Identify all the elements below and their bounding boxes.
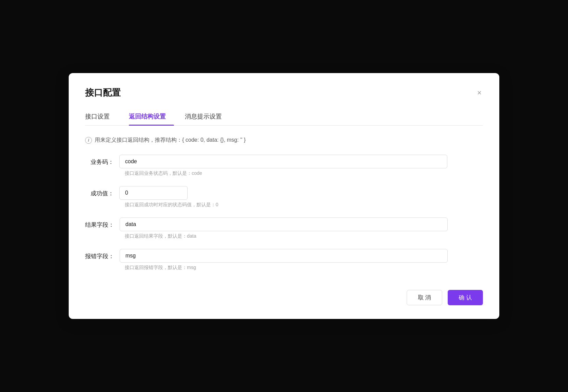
close-button[interactable]: × <box>476 88 483 98</box>
hint-result-field: 接口返回结果字段，默认是：data <box>125 233 483 239</box>
field-row-result-field: 结果字段： <box>85 218 483 231</box>
hint-success-value: 接口返回成功时对应的状态码值，默认是：0 <box>125 202 483 208</box>
cancel-button[interactable]: 取 消 <box>407 290 443 305</box>
field-row-success-value: 成功值： <box>85 186 483 200</box>
field-row-business-code: 业务码： <box>85 155 483 168</box>
field-error-field: 报错字段： 接口返回报错字段，默认是：msg <box>85 249 483 271</box>
field-success-value: 成功值： 接口返回成功时对应的状态码值，默认是：0 <box>85 186 483 208</box>
label-success-value: 成功值： <box>85 186 119 197</box>
field-business-code: 业务码： 接口返回业务状态码，默认是：code <box>85 155 483 177</box>
dialog: 接口配置 × 接口设置 返回结构设置 消息提示设置 i 用来定义接口返回结构，推… <box>69 73 499 319</box>
dialog-title: 接口配置 <box>85 87 121 99</box>
input-success-value[interactable] <box>119 186 188 200</box>
hint-business-code: 接口返回业务状态码，默认是：code <box>125 170 483 177</box>
input-error-field[interactable] <box>120 249 448 263</box>
tab-interface-settings[interactable]: 接口设置 <box>85 108 118 125</box>
dialog-header: 接口配置 × <box>85 87 483 99</box>
tab-return-structure[interactable]: 返回结构设置 <box>129 108 174 125</box>
tab-message-settings[interactable]: 消息提示设置 <box>185 108 230 125</box>
field-result-field: 结果字段： 接口返回结果字段，默认是：data <box>85 218 483 239</box>
backdrop: 接口配置 × 接口设置 返回结构设置 消息提示设置 i 用来定义接口返回结构，推… <box>0 0 568 392</box>
confirm-button[interactable]: 确 认 <box>448 290 483 305</box>
label-result-field: 结果字段： <box>85 218 120 229</box>
info-banner: i 用来定义接口返回结构，推荐结构：{ code: 0, data: {}, m… <box>85 137 483 144</box>
hint-error-field: 接口返回报错字段，默认是：msg <box>125 265 483 271</box>
tab-bar: 接口设置 返回结构设置 消息提示设置 <box>85 108 483 126</box>
field-row-error-field: 报错字段： <box>85 249 483 263</box>
label-error-field: 报错字段： <box>85 249 120 260</box>
dialog-footer: 取 消 确 认 <box>85 283 483 305</box>
label-business-code: 业务码： <box>85 155 119 166</box>
info-icon: i <box>85 137 92 144</box>
info-text: 用来定义接口返回结构，推荐结构：{ code: 0, data: {}, msg… <box>95 137 246 144</box>
input-business-code[interactable] <box>119 155 447 168</box>
input-result-field[interactable] <box>120 218 448 231</box>
